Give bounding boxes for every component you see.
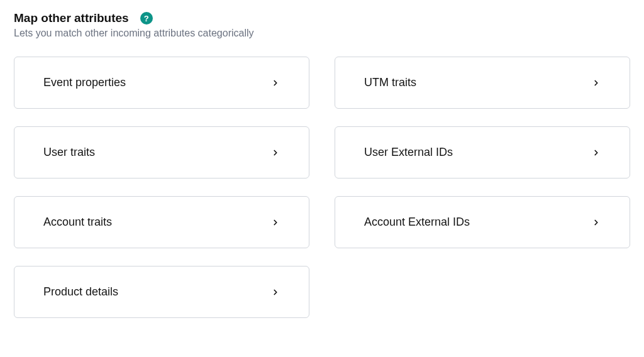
card-utm-traits[interactable]: UTM traits [335,57,630,109]
attribute-grid: Event properties UTM traits User traits … [14,57,630,318]
card-account-external-ids[interactable]: Account External IDs [335,196,630,248]
section-subtitle: Lets you match other incoming attributes… [14,28,630,39]
chevron-right-icon [271,218,280,227]
card-label: Event properties [43,76,126,89]
chevron-right-icon [271,288,280,297]
card-label: Account traits [43,216,112,229]
card-user-traits[interactable]: User traits [14,126,309,178]
card-label: UTM traits [364,76,416,89]
card-label: User External IDs [364,146,453,159]
chevron-right-icon [592,148,601,157]
section-header: Map other attributes ? [14,11,630,25]
section-title: Map other attributes [14,11,129,25]
card-event-properties[interactable]: Event properties [14,57,309,109]
chevron-right-icon [592,218,601,227]
chevron-right-icon [592,79,601,87]
card-label: Account External IDs [364,216,470,229]
card-label: User traits [43,146,95,159]
chevron-right-icon [271,79,280,87]
chevron-right-icon [271,148,280,157]
help-icon[interactable]: ? [140,12,153,25]
card-account-traits[interactable]: Account traits [14,196,309,248]
card-label: Product details [43,285,118,299]
card-product-details[interactable]: Product details [14,266,309,318]
card-user-external-ids[interactable]: User External IDs [335,126,630,178]
